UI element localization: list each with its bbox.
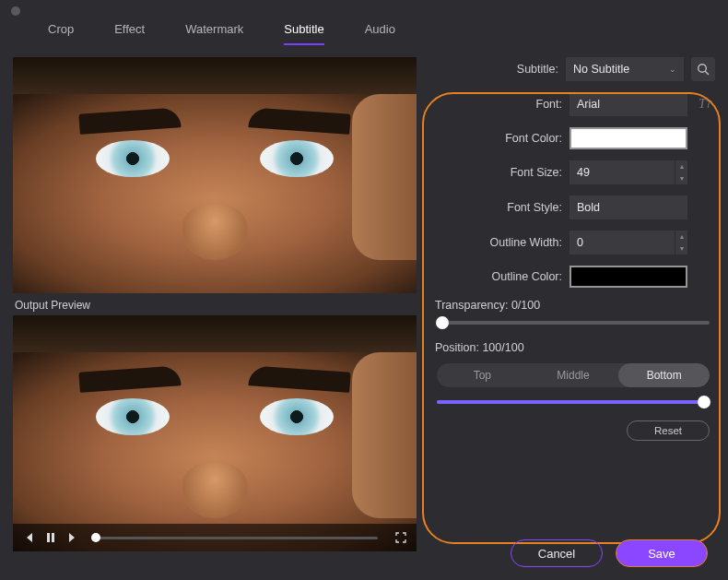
position-slider[interactable] — [437, 400, 710, 404]
font-select[interactable]: Arial — [569, 92, 687, 116]
arrow-up-icon[interactable]: ▴ — [675, 160, 687, 172]
tab-watermark[interactable]: Watermark — [185, 22, 243, 43]
font-style-icon[interactable]: TT — [695, 97, 715, 112]
font-color-label: Font Color: — [505, 132, 562, 145]
position-option-bottom[interactable]: Bottom — [618, 363, 710, 387]
subtitle-search-button[interactable] — [691, 57, 715, 81]
position-label: Position: 100/100 — [435, 341, 715, 354]
svg-point-2 — [699, 65, 707, 73]
player-controls — [13, 524, 417, 551]
transparency-slider[interactable] — [437, 321, 710, 325]
svg-rect-1 — [52, 533, 54, 542]
position-segmented: Top Middle Bottom — [437, 363, 710, 387]
arrow-up-icon[interactable]: ▴ — [675, 231, 687, 243]
top-tabs: Crop Effect Watermark Subtitle Audio — [0, 22, 728, 48]
save-button[interactable]: Save — [616, 539, 708, 567]
position-option-top[interactable]: Top — [437, 363, 528, 387]
position-option-middle[interactable]: Middle — [528, 363, 619, 387]
window-close-dot[interactable] — [11, 6, 20, 16]
seek-slider[interactable] — [96, 537, 378, 539]
chevron-down-icon: ⌄ — [669, 65, 676, 74]
font-style-label: Font Style: — [507, 201, 562, 214]
font-size-spinner[interactable]: ▴▾ — [675, 160, 687, 184]
tab-effect[interactable]: Effect — [114, 22, 145, 43]
tab-audio[interactable]: Audio — [365, 22, 395, 43]
font-color-swatch[interactable] — [569, 127, 687, 149]
outline-color-label: Outline Color: — [492, 270, 562, 283]
reset-button[interactable]: Reset — [627, 420, 710, 441]
output-preview — [13, 315, 417, 551]
arrow-down-icon[interactable]: ▾ — [675, 243, 687, 254]
tab-crop[interactable]: Crop — [48, 22, 74, 43]
next-frame-button[interactable] — [66, 531, 79, 544]
transparency-thumb[interactable] — [436, 316, 449, 329]
font-label: Font: — [536, 98, 563, 111]
svg-rect-0 — [47, 533, 50, 542]
font-size-input[interactable]: 49 — [569, 160, 675, 184]
pause-button[interactable] — [44, 531, 57, 544]
font-size-label: Font Size: — [511, 166, 562, 179]
font-style-select[interactable]: Bold — [569, 195, 687, 219]
prev-frame-button[interactable] — [22, 531, 35, 544]
outline-width-input[interactable]: 0 — [569, 231, 675, 254]
subtitle-label: Subtitle: — [517, 63, 558, 76]
outline-color-swatch[interactable] — [569, 266, 687, 288]
position-thumb[interactable] — [698, 396, 710, 408]
arrow-down-icon[interactable]: ▾ — [675, 172, 687, 184]
fullscreen-button[interactable] — [394, 531, 407, 544]
seek-thumb[interactable] — [91, 533, 100, 542]
tab-subtitle[interactable]: Subtitle — [284, 22, 323, 45]
window-titlebar — [0, 0, 728, 22]
footer-buttons: Cancel Save — [511, 539, 708, 567]
outline-width-spinner[interactable]: ▴▾ — [675, 231, 687, 254]
output-preview-label: Output Preview — [15, 299, 417, 312]
source-preview — [13, 57, 417, 293]
transparency-label: Transparency: 0/100 — [435, 299, 715, 312]
subtitle-select[interactable]: No Subtitle⌄ — [566, 57, 684, 81]
cancel-button[interactable]: Cancel — [511, 539, 603, 567]
outline-width-label: Outline Width: — [489, 236, 562, 249]
